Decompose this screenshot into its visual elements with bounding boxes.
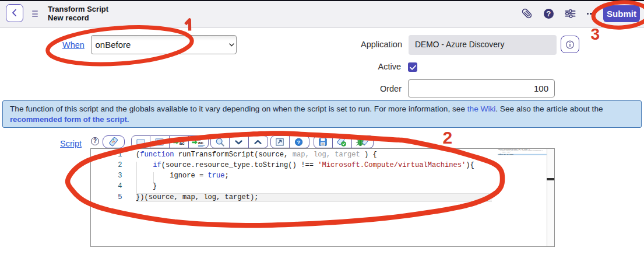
svg-text:?: ?	[297, 138, 301, 145]
svg-text:ac: ac	[198, 140, 203, 145]
svg-text:ac: ac	[180, 141, 185, 146]
